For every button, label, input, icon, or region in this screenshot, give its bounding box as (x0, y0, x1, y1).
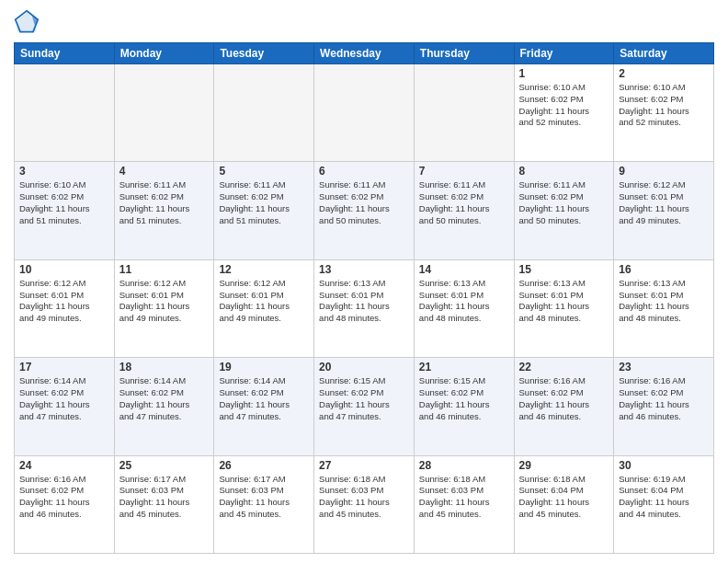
calendar-cell: 3Sunrise: 6:10 AM Sunset: 6:02 PM Daylig… (15, 162, 115, 259)
calendar-cell (114, 64, 214, 162)
day-number: 21 (419, 361, 509, 373)
calendar-cell: 30Sunrise: 6:19 AM Sunset: 6:04 PM Dayli… (614, 455, 714, 553)
day-number: 6 (319, 165, 409, 178)
day-number: 8 (519, 165, 609, 178)
day-number: 13 (319, 263, 409, 276)
day-number: 10 (19, 263, 109, 276)
calendar-cell: 15Sunrise: 6:13 AM Sunset: 6:01 PM Dayli… (514, 259, 614, 357)
day-info: Sunrise: 6:14 AM Sunset: 6:02 PM Dayligh… (219, 375, 309, 422)
day-info: Sunrise: 6:13 AM Sunset: 6:01 PM Dayligh… (419, 278, 509, 325)
calendar-cell: 12Sunrise: 6:12 AM Sunset: 6:01 PM Dayli… (214, 259, 314, 357)
calendar-cell: 11Sunrise: 6:12 AM Sunset: 6:01 PM Dayli… (114, 259, 214, 357)
day-number: 14 (419, 263, 509, 276)
day-info: Sunrise: 6:17 AM Sunset: 6:03 PM Dayligh… (219, 474, 309, 521)
page: SundayMondayTuesdayWednesdayThursdayFrid… (0, 0, 728, 563)
day-number: 12 (219, 263, 309, 276)
day-info: Sunrise: 6:12 AM Sunset: 6:01 PM Dayligh… (19, 278, 109, 325)
weekday-tuesday: Tuesday (214, 43, 314, 64)
calendar-cell: 27Sunrise: 6:18 AM Sunset: 6:03 PM Dayli… (314, 455, 415, 553)
calendar-cell: 28Sunrise: 6:18 AM Sunset: 6:03 PM Dayli… (414, 455, 514, 553)
day-number: 3 (19, 165, 109, 178)
calendar-cell: 4Sunrise: 6:11 AM Sunset: 6:02 PM Daylig… (114, 162, 214, 259)
calendar-cell: 2Sunrise: 6:10 AM Sunset: 6:02 PM Daylig… (614, 64, 714, 162)
logo-icon (14, 9, 40, 35)
calendar-cell: 21Sunrise: 6:15 AM Sunset: 6:02 PM Dayli… (414, 358, 514, 455)
day-number: 2 (619, 67, 709, 80)
day-info: Sunrise: 6:19 AM Sunset: 6:04 PM Dayligh… (619, 474, 709, 521)
weekday-monday: Monday (114, 43, 214, 64)
day-info: Sunrise: 6:11 AM Sunset: 6:02 PM Dayligh… (219, 179, 309, 226)
calendar-cell: 24Sunrise: 6:16 AM Sunset: 6:02 PM Dayli… (15, 455, 115, 553)
day-number: 17 (19, 361, 109, 373)
day-info: Sunrise: 6:17 AM Sunset: 6:03 PM Dayligh… (119, 474, 210, 521)
calendar-cell: 19Sunrise: 6:14 AM Sunset: 6:02 PM Dayli… (214, 358, 314, 455)
calendar-cell: 16Sunrise: 6:13 AM Sunset: 6:01 PM Dayli… (614, 259, 714, 357)
day-number: 11 (119, 263, 210, 276)
calendar-week-5: 24Sunrise: 6:16 AM Sunset: 6:02 PM Dayli… (15, 455, 714, 553)
day-info: Sunrise: 6:12 AM Sunset: 6:01 PM Dayligh… (619, 179, 709, 226)
calendar-cell: 14Sunrise: 6:13 AM Sunset: 6:01 PM Dayli… (414, 259, 514, 357)
calendar-week-2: 3Sunrise: 6:10 AM Sunset: 6:02 PM Daylig… (15, 162, 714, 259)
weekday-saturday: Saturday (614, 43, 714, 64)
weekday-header-row: SundayMondayTuesdayWednesdayThursdayFrid… (15, 43, 714, 64)
day-info: Sunrise: 6:18 AM Sunset: 6:03 PM Dayligh… (419, 474, 509, 521)
calendar-cell: 26Sunrise: 6:17 AM Sunset: 6:03 PM Dayli… (214, 455, 314, 553)
day-number: 9 (619, 165, 709, 178)
day-number: 20 (319, 361, 409, 373)
day-number: 19 (219, 361, 309, 373)
day-number: 24 (19, 459, 109, 472)
day-number: 23 (619, 361, 709, 373)
day-info: Sunrise: 6:10 AM Sunset: 6:02 PM Dayligh… (519, 82, 609, 129)
calendar: SundayMondayTuesdayWednesdayThursdayFrid… (14, 42, 714, 554)
day-number: 4 (119, 165, 210, 178)
day-number: 27 (319, 459, 409, 472)
day-number: 18 (119, 361, 210, 373)
day-info: Sunrise: 6:11 AM Sunset: 6:02 PM Dayligh… (419, 179, 509, 226)
day-info: Sunrise: 6:11 AM Sunset: 6:02 PM Dayligh… (119, 179, 210, 226)
calendar-cell: 6Sunrise: 6:11 AM Sunset: 6:02 PM Daylig… (314, 162, 415, 259)
day-info: Sunrise: 6:15 AM Sunset: 6:02 PM Dayligh… (319, 375, 409, 422)
calendar-week-4: 17Sunrise: 6:14 AM Sunset: 6:02 PM Dayli… (15, 358, 714, 455)
day-info: Sunrise: 6:10 AM Sunset: 6:02 PM Dayligh… (619, 82, 709, 129)
weekday-friday: Friday (514, 43, 614, 64)
day-number: 16 (619, 263, 709, 276)
logo (14, 9, 43, 35)
weekday-thursday: Thursday (414, 43, 514, 64)
day-number: 30 (619, 459, 709, 472)
day-info: Sunrise: 6:12 AM Sunset: 6:01 PM Dayligh… (219, 278, 309, 325)
day-info: Sunrise: 6:14 AM Sunset: 6:02 PM Dayligh… (19, 375, 109, 422)
calendar-cell: 8Sunrise: 6:11 AM Sunset: 6:02 PM Daylig… (514, 162, 614, 259)
day-info: Sunrise: 6:15 AM Sunset: 6:02 PM Dayligh… (419, 375, 509, 422)
day-info: Sunrise: 6:11 AM Sunset: 6:02 PM Dayligh… (519, 179, 609, 226)
day-info: Sunrise: 6:18 AM Sunset: 6:04 PM Dayligh… (519, 474, 609, 521)
weekday-sunday: Sunday (15, 43, 115, 64)
calendar-cell (214, 64, 314, 162)
calendar-cell: 29Sunrise: 6:18 AM Sunset: 6:04 PM Dayli… (514, 455, 614, 553)
weekday-wednesday: Wednesday (314, 43, 415, 64)
calendar-cell: 25Sunrise: 6:17 AM Sunset: 6:03 PM Dayli… (114, 455, 214, 553)
calendar-cell: 5Sunrise: 6:11 AM Sunset: 6:02 PM Daylig… (214, 162, 314, 259)
day-info: Sunrise: 6:14 AM Sunset: 6:02 PM Dayligh… (119, 375, 210, 422)
day-info: Sunrise: 6:16 AM Sunset: 6:02 PM Dayligh… (619, 375, 709, 422)
calendar-cell: 9Sunrise: 6:12 AM Sunset: 6:01 PM Daylig… (614, 162, 714, 259)
day-number: 29 (519, 459, 609, 472)
day-number: 22 (519, 361, 609, 373)
day-number: 25 (119, 459, 210, 472)
calendar-cell: 18Sunrise: 6:14 AM Sunset: 6:02 PM Dayli… (114, 358, 214, 455)
day-number: 5 (219, 165, 309, 178)
day-number: 1 (519, 67, 609, 80)
calendar-cell: 20Sunrise: 6:15 AM Sunset: 6:02 PM Dayli… (314, 358, 415, 455)
calendar-cell: 7Sunrise: 6:11 AM Sunset: 6:02 PM Daylig… (414, 162, 514, 259)
day-info: Sunrise: 6:13 AM Sunset: 6:01 PM Dayligh… (519, 278, 609, 325)
day-info: Sunrise: 6:18 AM Sunset: 6:03 PM Dayligh… (319, 474, 409, 521)
day-number: 7 (419, 165, 509, 178)
calendar-cell (414, 64, 514, 162)
day-info: Sunrise: 6:12 AM Sunset: 6:01 PM Dayligh… (119, 278, 210, 325)
calendar-cell (15, 64, 115, 162)
calendar-week-1: 1Sunrise: 6:10 AM Sunset: 6:02 PM Daylig… (15, 64, 714, 162)
header (14, 9, 714, 35)
calendar-cell: 17Sunrise: 6:14 AM Sunset: 6:02 PM Dayli… (15, 358, 115, 455)
day-info: Sunrise: 6:16 AM Sunset: 6:02 PM Dayligh… (19, 474, 109, 521)
calendar-cell: 13Sunrise: 6:13 AM Sunset: 6:01 PM Dayli… (314, 259, 415, 357)
day-info: Sunrise: 6:13 AM Sunset: 6:01 PM Dayligh… (619, 278, 709, 325)
